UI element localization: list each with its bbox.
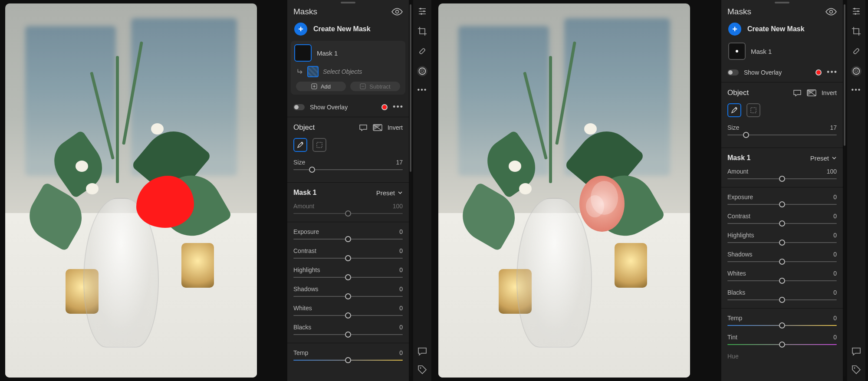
slider-value: 0 [399, 266, 403, 273]
rectangle-select-tool[interactable] [746, 103, 760, 117]
tint-label: Tint [727, 334, 737, 341]
invert-label[interactable]: Invert [822, 89, 837, 96]
slider-value: 0 [399, 286, 403, 292]
panel-grabber[interactable] [341, 2, 355, 3]
slider[interactable] [293, 315, 403, 316]
temp-slider[interactable] [293, 360, 403, 361]
scrollbar-left[interactable] [410, 4, 411, 377]
add-button[interactable]: Add [296, 82, 346, 91]
create-mask-row[interactable]: + Create New Mask [287, 21, 409, 41]
overlay-color-swatch[interactable] [815, 69, 822, 76]
slider-value: 0 [399, 247, 403, 254]
visibility-icon[interactable] [391, 8, 403, 16]
preset-dropdown[interactable]: Preset [810, 154, 837, 162]
add-label: Add [321, 83, 331, 90]
size-slider[interactable] [727, 135, 837, 135]
invert-icon[interactable] [373, 124, 382, 131]
chevron-down-icon [832, 155, 837, 161]
healing-icon[interactable] [417, 46, 427, 56]
mask-row[interactable]: Mask 1 [294, 44, 402, 62]
slider[interactable] [293, 334, 403, 335]
tint-slider[interactable] [727, 344, 837, 345]
slider[interactable] [293, 296, 403, 297]
crop-icon[interactable] [417, 26, 427, 36]
slider-label: Exposure [293, 228, 319, 235]
slider[interactable] [293, 239, 403, 240]
brush-select-tool[interactable] [727, 103, 741, 117]
show-overlay-label: Show Overlay [744, 69, 810, 76]
mask-subcomponent-row[interactable]: Select Objects [294, 66, 402, 77]
size-slider[interactable] [293, 169, 403, 170]
slider-value: 0 [833, 289, 837, 296]
svg-point-15 [854, 8, 855, 10]
show-overlay-toggle[interactable] [293, 104, 305, 110]
slider[interactable] [727, 204, 837, 205]
masking-icon[interactable] [851, 66, 861, 76]
candle-right [181, 243, 214, 288]
svg-point-17 [855, 13, 856, 15]
vase [516, 198, 592, 348]
slider-label: Whites [727, 270, 746, 277]
brush-select-tool[interactable] [293, 138, 307, 152]
hue-label: Hue [727, 353, 739, 360]
more-tools-icon[interactable]: ••• [852, 86, 861, 94]
subtract-icon [360, 83, 366, 89]
slider[interactable] [727, 242, 837, 243]
size-value: 17 [830, 124, 837, 131]
slider-label: Highlights [727, 232, 754, 239]
subtract-button[interactable]: Subtract [350, 82, 400, 91]
masking-icon[interactable] [417, 66, 427, 76]
slider[interactable] [727, 280, 837, 281]
healing-icon[interactable] [851, 46, 861, 56]
sub-arrow-icon [297, 69, 303, 75]
preset-dropdown[interactable]: Preset [376, 189, 403, 197]
slider[interactable] [293, 277, 403, 278]
tag-icon[interactable] [851, 365, 861, 375]
slider[interactable] [293, 258, 403, 259]
more-icon[interactable]: ••• [827, 68, 838, 77]
stage-right[interactable] [438, 3, 690, 378]
slider-value: 0 [833, 213, 837, 220]
more-tools-icon[interactable]: ••• [418, 86, 427, 94]
adjust-icon[interactable] [417, 6, 427, 16]
slider-value: 0 [399, 305, 403, 312]
slider[interactable] [727, 223, 837, 224]
rectangle-select-tool[interactable] [312, 138, 326, 152]
plus-icon: + [728, 23, 741, 36]
slider[interactable] [727, 261, 837, 262]
temp-slider[interactable] [727, 325, 837, 326]
overlay-color-swatch[interactable] [381, 104, 388, 110]
scrollbar-right[interactable] [844, 4, 845, 377]
mask-settings-title: Mask 1 [293, 189, 316, 197]
svg-point-10 [421, 70, 424, 73]
slider-value: 0 [399, 228, 403, 235]
stage-left[interactable] [5, 3, 257, 378]
mask-thumbnail [294, 44, 312, 62]
tooltip-icon[interactable] [359, 124, 368, 131]
svg-rect-8 [419, 48, 425, 54]
create-mask-row[interactable]: + Create New Mask [721, 21, 843, 41]
show-overlay-toggle[interactable] [727, 69, 739, 76]
panel-grabber[interactable] [775, 2, 789, 3]
toolstrip-right: ••• [847, 0, 865, 381]
preset-label: Preset [810, 154, 829, 162]
comment-icon[interactable] [851, 346, 861, 357]
svg-point-19 [853, 68, 860, 75]
amount-slider[interactable] [727, 178, 837, 179]
mask-overlay-blob [136, 176, 194, 228]
invert-icon[interactable] [807, 89, 816, 96]
crop-icon[interactable] [851, 26, 861, 36]
mask-row[interactable]: Mask 1 [721, 41, 843, 64]
adjust-icon[interactable] [851, 6, 861, 16]
amount-slider[interactable] [293, 213, 403, 214]
visibility-icon[interactable] [825, 8, 837, 16]
slider[interactable] [727, 299, 837, 300]
svg-rect-4 [317, 142, 322, 148]
tooltip-icon[interactable] [793, 89, 802, 96]
show-overlay-label: Show Overlay [310, 104, 376, 111]
comment-icon[interactable] [417, 346, 427, 357]
more-icon[interactable]: ••• [393, 102, 404, 112]
invert-label[interactable]: Invert [388, 124, 403, 131]
tag-icon[interactable] [417, 365, 427, 375]
masks-panel-right: Masks + Create New Mask Mask 1 Show Over… [721, 0, 843, 381]
